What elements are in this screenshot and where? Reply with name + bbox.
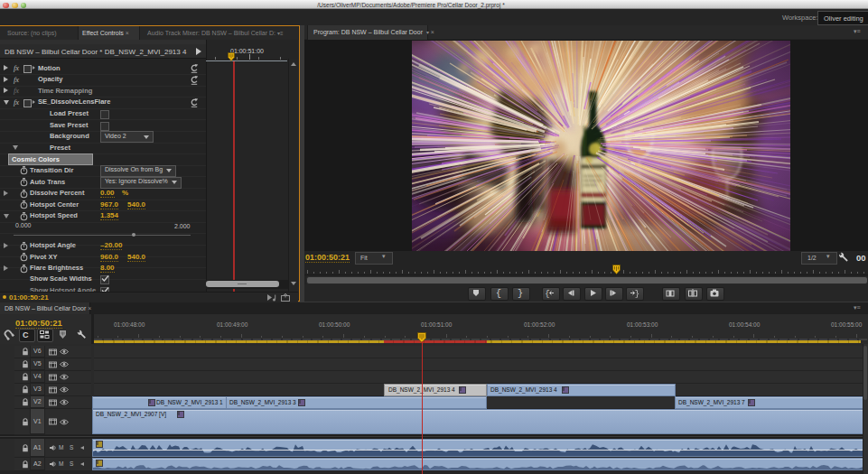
svg-text:}: } bbox=[518, 289, 523, 299]
svg-text:{: { bbox=[545, 290, 549, 299]
svg-text:{: { bbox=[496, 289, 501, 299]
svg-text:}: } bbox=[635, 290, 639, 299]
